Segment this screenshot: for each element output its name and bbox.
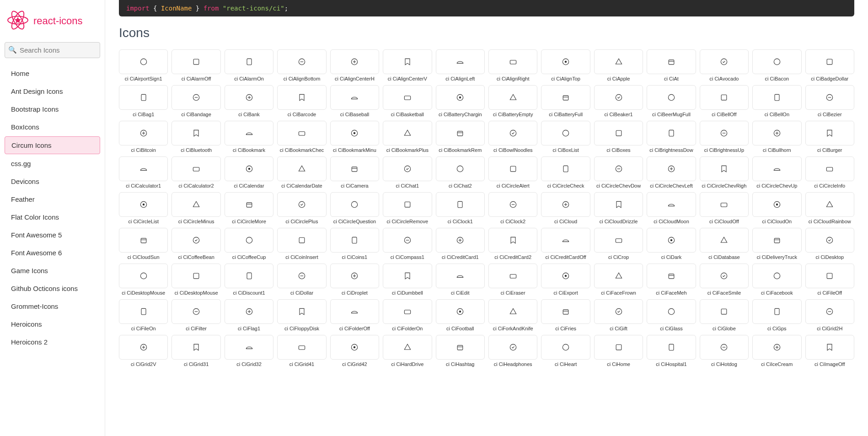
icon-cell-ci-CiHospital1[interactable]: ci CiHospital1: [647, 335, 696, 367]
nav-item-feather[interactable]: Feather: [5, 191, 100, 208]
icon-cell-ci-CiDroplet[interactable]: ci CiDroplet: [330, 264, 379, 296]
icon-cell-ci-CiAlignCenterV[interactable]: ci CiAlignCenterV: [383, 49, 432, 81]
nav-item-ant-design-icons[interactable]: Ant Design Icons: [5, 83, 100, 100]
icon-cell-ci-CiGlobe[interactable]: ci CiGlobe: [700, 299, 749, 331]
icon-cell-ci-CiBasketball[interactable]: ci CiBasketball: [383, 85, 432, 117]
icon-cell-ci-CiAlignTop[interactable]: ci CiAlignTop: [541, 49, 590, 81]
icon-cell-ci-CiGrid32[interactable]: ci CiGrid32: [225, 335, 273, 367]
icon-cell-ci-CiFacebook[interactable]: ci CiFacebook: [752, 264, 801, 296]
nav-item-css-gg[interactable]: css.gg: [5, 155, 100, 172]
nav-item-heroicons-2[interactable]: Heroicons 2: [5, 334, 100, 350]
icon-cell-ci-CiCircleQuestion[interactable]: ci CiCircleQuestion: [330, 192, 379, 224]
icon-cell-ci-CiHeadphones[interactable]: ci CiHeadphones: [488, 335, 537, 367]
icon-cell-ci-CiCloudSun[interactable]: ci CiCloudSun: [119, 228, 168, 260]
icon-cell-ci-CiExport[interactable]: ci CiExport: [541, 264, 590, 296]
icon-cell-ci-CiCloudMoon[interactable]: ci CiCloudMoon: [647, 192, 696, 224]
icon-cell-ci-CiGps[interactable]: ci CiGps: [752, 299, 801, 331]
icon-cell-ci-CiCalendarDate[interactable]: ci CiCalendarDate: [277, 156, 326, 188]
icon-cell-ci-CiCircleChevUp[interactable]: ci CiCircleChevUp: [752, 156, 801, 188]
icon-cell-ci-CiDollar[interactable]: ci CiDollar: [277, 264, 326, 296]
icon-cell-ci-CiGrid2V[interactable]: ci CiGrid2V: [119, 335, 168, 367]
icon-cell-ci-CiCrop[interactable]: ci CiCrop: [594, 228, 643, 260]
icon-cell-ci-CiFileOn[interactable]: ci CiFileOn: [119, 299, 168, 331]
icon-cell-ci-CiChat2[interactable]: ci CiChat2: [436, 156, 485, 188]
icon-cell-ci-CiIceCream[interactable]: ci CiIceCream: [752, 335, 801, 367]
icon-cell-ci-CiFloppyDisk[interactable]: ci CiFloppyDisk: [277, 299, 326, 331]
icon-cell-ci-CiFaceMeh[interactable]: ci CiFaceMeh: [647, 264, 696, 296]
icon-cell-ci-CiBezier[interactable]: ci CiBezier: [805, 85, 854, 117]
icon-cell-ci-CiBellOn[interactable]: ci CiBellOn: [752, 85, 801, 117]
icon-cell-ci-CiAlignLeft[interactable]: ci CiAlignLeft: [436, 49, 485, 81]
icon-cell-ci-CiDark[interactable]: ci CiDark: [647, 228, 696, 260]
icon-cell-ci-CiBookmarkPlus[interactable]: ci CiBookmarkPlus: [383, 121, 432, 153]
icon-cell-ci-CiBaseball[interactable]: ci CiBaseball: [330, 85, 379, 117]
icon-cell-ci-CiDiscount1[interactable]: ci CiDiscount1: [225, 264, 273, 296]
icon-cell-ci-CiAlignRight[interactable]: ci CiAlignRight: [488, 49, 537, 81]
icon-cell-ci-CiCircleCheck[interactable]: ci CiCircleCheck: [541, 156, 590, 188]
icon-cell-ci-CiAlignBottom[interactable]: ci CiAlignBottom: [277, 49, 326, 81]
icon-cell-ci-CiDeliveryTruck[interactable]: ci CiDeliveryTruck: [752, 228, 801, 260]
icon-cell-ci-CiCircleMinus[interactable]: ci CiCircleMinus: [171, 192, 220, 224]
nav-item-game-icons[interactable]: Game Icons: [5, 262, 100, 279]
icon-cell-ci-CiBitcoin[interactable]: ci CiBitcoin: [119, 121, 168, 153]
icon-cell-ci-CiBeaker1[interactable]: ci CiBeaker1: [594, 85, 643, 117]
icon-cell-ci-CiFileOff[interactable]: ci CiFileOff: [805, 264, 854, 296]
icon-cell-ci-CiBookmark[interactable]: ci CiBookmark: [225, 121, 273, 153]
nav-item-boxicons[interactable]: BoxIcons: [5, 118, 100, 135]
icon-cell-ci-CiAlarmOff[interactable]: ci CiAlarmOff: [171, 49, 220, 81]
icon-cell-ci-CiFolderOff[interactable]: ci CiFolderOff: [330, 299, 379, 331]
nav-item-github-octicons-icons[interactable]: Github Octicons icons: [5, 280, 100, 297]
icon-cell-ci-CiForkAndKnife[interactable]: ci CiForkAndKnife: [488, 299, 537, 331]
icon-cell-ci-CiAlignCenterH[interactable]: ci CiAlignCenterH: [330, 49, 379, 81]
icon-cell-ci-CiHeart[interactable]: ci CiHeart: [541, 335, 590, 367]
icon-cell-ci-CiDumbbell[interactable]: ci CiDumbbell: [383, 264, 432, 296]
nav-item-heroicons[interactable]: Heroicons: [5, 316, 100, 333]
icon-cell-ci-CiCircleAlert[interactable]: ci CiCircleAlert: [488, 156, 537, 188]
icon-cell-ci-CiDesktop[interactable]: ci CiDesktop: [805, 228, 854, 260]
icon-cell-ci-CiFaceFrown[interactable]: ci CiFaceFrown: [594, 264, 643, 296]
nav-item-bootstrap-icons[interactable]: Bootstrap Icons: [5, 101, 100, 118]
icon-cell-ci-CiCirclePlus[interactable]: ci CiCirclePlus: [277, 192, 326, 224]
icon-cell-ci-CiBadgeDollar[interactable]: ci CiBadgeDollar: [805, 49, 854, 81]
icon-cell-ci-CiAt[interactable]: ci CiAt: [647, 49, 696, 81]
icon-cell-ci-CiBrightnessUp[interactable]: ci CiBrightnessUp: [700, 121, 749, 153]
icon-cell-ci-CiBoxes[interactable]: ci CiBoxes: [594, 121, 643, 153]
icon-cell-ci-CiCalculator2[interactable]: ci CiCalculator2: [171, 156, 220, 188]
nav-item-home[interactable]: Home: [5, 65, 100, 82]
icon-cell-ci-CiAvocado[interactable]: ci CiAvocado: [700, 49, 749, 81]
icon-cell-ci-CiCircleRemove[interactable]: ci CiCircleRemove: [383, 192, 432, 224]
nav-item-font-awesome-6[interactable]: Font Awesome 6: [5, 244, 100, 261]
icon-cell-ci-CiFaceSmile[interactable]: ci CiFaceSmile: [700, 264, 749, 296]
icon-cell-ci-CiHotdog[interactable]: ci CiHotdog: [700, 335, 749, 367]
icon-cell-ci-CiGrid41[interactable]: ci CiGrid41: [277, 335, 326, 367]
icon-cell-ci-CiGrid2H[interactable]: ci CiGrid2H: [805, 299, 854, 331]
icon-cell-ci-CiGrid31[interactable]: ci CiGrid31: [171, 335, 220, 367]
icon-cell-ci-CiEraser[interactable]: ci CiEraser: [488, 264, 537, 296]
icon-cell-ci-CiFilter[interactable]: ci CiFilter: [171, 299, 220, 331]
icon-cell-ci-CiCoffeeBean[interactable]: ci CiCoffeeBean: [171, 228, 220, 260]
icon-cell-ci-CiAirportSign1[interactable]: ci CiAirportSign1: [119, 49, 168, 81]
icon-cell-ci-CiBookmarkRem[interactable]: ci CiBookmarkRem: [436, 121, 485, 153]
nav-item-circum-icons[interactable]: Circum Icons: [5, 136, 100, 154]
icon-cell-ci-CiCloudDrizzle[interactable]: ci CiCloudDrizzle: [594, 192, 643, 224]
nav-item-devicons[interactable]: Devicons: [5, 173, 100, 190]
icon-cell-ci-CiHardDrive[interactable]: ci CiHardDrive: [383, 335, 432, 367]
icon-cell-ci-CiBank[interactable]: ci CiBank: [225, 85, 273, 117]
icon-cell-ci-CiCalculator1[interactable]: ci CiCalculator1: [119, 156, 168, 188]
icon-cell-ci-CiBookmarkMinu[interactable]: ci CiBookmarkMinu: [330, 121, 379, 153]
icon-cell-ci-CiCircleChevLeft[interactable]: ci CiCircleChevLeft: [647, 156, 696, 188]
icon-cell-ci-CiDatabase[interactable]: ci CiDatabase: [700, 228, 749, 260]
icon-cell-ci-CiImageOff[interactable]: ci CiImageOff: [805, 335, 854, 367]
search-input[interactable]: [5, 42, 100, 58]
icon-cell-ci-CiGift[interactable]: ci CiGift: [594, 299, 643, 331]
icon-cell-ci-CiCamera[interactable]: ci CiCamera: [330, 156, 379, 188]
icon-cell-ci-CiBag1[interactable]: ci CiBag1: [119, 85, 168, 117]
brand-row[interactable]: react-icons: [5, 5, 100, 42]
icon-cell-ci-CiDesktopMouse[interactable]: ci CiDesktopMouse: [171, 264, 220, 296]
icon-cell-ci-CiCircleInfo[interactable]: ci CiCircleInfo: [805, 156, 854, 188]
icon-cell-ci-CiCircleList[interactable]: ci CiCircleList: [119, 192, 168, 224]
icon-cell-ci-CiBeerMugFull[interactable]: ci CiBeerMugFull: [647, 85, 696, 117]
icon-cell-ci-CiBoxList[interactable]: ci CiBoxList: [541, 121, 590, 153]
icon-cell-ci-CiBellOff[interactable]: ci CiBellOff: [700, 85, 749, 117]
icon-cell-ci-CiClock2[interactable]: ci CiClock2: [488, 192, 537, 224]
